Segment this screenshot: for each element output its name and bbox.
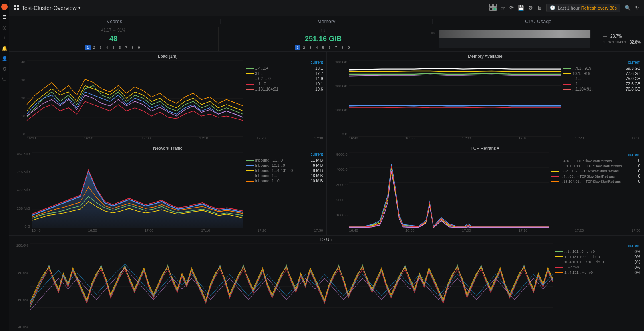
vcores-tab-2[interactable]: 2	[91, 45, 97, 50]
load-legend-item-1: ...4...0+ 18.1	[246, 66, 323, 71]
save-icon[interactable]: 💾	[518, 5, 524, 11]
svg-text:0%: 0%	[431, 31, 435, 34]
vcores-tab-7[interactable]: 7	[123, 45, 129, 50]
tcp-legend-item-2: ...0.1.101.11... - TCPSlowStartRetrans 0	[551, 164, 640, 168]
network-chart-area: 954 MiB715 MiB477 MiB238 MiB0 B	[12, 152, 323, 228]
share-icon[interactable]: ⟳	[509, 5, 514, 11]
io-legend-item-3: 10.4.101.102.918 - dm-0 0%	[555, 260, 640, 264]
nav-gear-icon[interactable]: ⚙	[1, 65, 8, 73]
memory-legend: current ...4.1...919 69.3 GB 10.1...919 …	[561, 60, 640, 136]
svg-rect-11	[439, 30, 590, 38]
refresh-icon[interactable]: ↻	[635, 5, 639, 11]
memory-tab-5[interactable]: 5	[320, 45, 326, 50]
tcp-current-label: current	[551, 153, 640, 157]
vcores-tab-5[interactable]: 5	[111, 45, 116, 50]
load-chart-area: 403020100	[12, 60, 323, 136]
svg-rect-3	[490, 8, 493, 10]
memory-legend-item-4: ...1... 72.6 GB	[563, 82, 640, 86]
load-legend-item-5: ...131.104:01 19.6	[246, 87, 323, 91]
memory-tab-3[interactable]: 3	[308, 45, 313, 50]
star-icon[interactable]: ☆	[501, 5, 505, 11]
network-legend: current Inbound: ...1...0 11 MiB Inbound…	[243, 152, 323, 228]
tcp-legend-item-5: ...13.104:01... - TCPSlowStartRetrans 0	[551, 179, 640, 184]
memory-chart-area: 300 GB200 GB100 GB0 B	[330, 60, 641, 136]
tcp-y-axis: 5000.04000.03000.02000.01000.0	[330, 153, 349, 228]
network-legend-item-1: Inbound: ...1...0 11 MiB	[246, 158, 323, 163]
load-y-axis: 403020100	[12, 60, 27, 136]
network-legend-item-4: Inbound: 1... 18 MiB	[246, 174, 323, 178]
vcores-tab-1[interactable]: 1	[85, 45, 91, 50]
tcp-panel-title[interactable]: TCP Retrans ▾	[330, 146, 641, 151]
main-content: Load [1m] 403020100	[9, 51, 644, 331]
nav-user-icon[interactable]: 👤	[1, 55, 8, 62]
io-panel-title: IO Util	[12, 237, 640, 242]
settings-icon[interactable]: ⚙	[528, 5, 533, 11]
memory-legend-item-2: 10.1...919 77.6 GB	[563, 71, 640, 76]
memory-svg-area	[349, 60, 561, 136]
row-2: Network Traffic 954 MiB715 MiB477 MiB238…	[9, 143, 644, 235]
topbar: Test-Cluster-Overview ▾ ☆ ⟳ 💾 ⚙ 🖥	[9, 0, 644, 16]
load-legend-item-2: 31... 17.7	[246, 71, 323, 76]
page-title: Test-Cluster-Overview	[22, 5, 77, 11]
memory-tab-9[interactable]: 9	[346, 45, 352, 50]
memory-legend-item-5: ...1.104:91... 76.8 GB	[563, 87, 640, 91]
load-panel: Load [1m] 403020100	[9, 51, 326, 143]
search-icon[interactable]: 🔍	[624, 5, 631, 11]
nav-logo-icon[interactable]	[1, 3, 8, 10]
left-nav: ☰ ◎ + 🔔 👤 ⚙ 🛡	[0, 0, 9, 331]
vcores-tab-8[interactable]: 8	[130, 45, 135, 50]
memory-tab-1[interactable]: 1	[295, 45, 300, 50]
row-1: Load [1m] 403020100	[9, 51, 644, 143]
memory-header: Memory	[221, 19, 432, 24]
load-panel-title: Load [1m]	[12, 54, 323, 59]
io-y-axis: 100.0%80.0%60.0%40.0%	[12, 244, 30, 329]
nav-shield-icon[interactable]: 🛡	[1, 76, 8, 83]
nav-search-icon[interactable]: ☰	[1, 14, 8, 21]
refresh-label: Refresh every 30s	[581, 6, 617, 10]
monitor-icon[interactable]: 🖥	[537, 5, 542, 11]
time-range-label: Last 1 hour	[558, 6, 580, 10]
vcores-tab-9[interactable]: 9	[136, 45, 142, 50]
network-y-axis: 954 MiB715 MiB477 MiB238 MiB0 B	[12, 152, 32, 228]
tcp-x-labels: 16:4016:5017:0017:1017:2017:30	[330, 228, 641, 232]
memory-value: 251.16 GiB	[305, 35, 342, 43]
load-x-labels: 16:4016:5017:0017:1017:2017:30	[12, 136, 323, 140]
memory-tab-7[interactable]: 7	[333, 45, 339, 50]
memory-panel: Memory Available 300 GB200 GB100 GB0 B	[326, 51, 644, 143]
svg-rect-1	[490, 4, 493, 7]
vcores-tab-3[interactable]: 3	[98, 45, 103, 50]
load-legend-item-4: ...1...0 10.1	[246, 82, 323, 86]
memory-current-label: current	[563, 60, 640, 65]
tcp-legend-item-3: ...0.4...162... - TCPSlowStartRetrans 0	[551, 169, 640, 173]
io-svg-area	[30, 244, 553, 329]
memory-tab-6[interactable]: 6	[327, 45, 332, 50]
load-current-label: current	[246, 60, 323, 65]
title-chevron-icon[interactable]: ▾	[78, 5, 81, 10]
load-svg-area	[27, 60, 243, 136]
tcp-legend-item-1: ...4.13... - TCPSlowStartRetrans 0	[551, 159, 640, 163]
memory-tab-4[interactable]: 4	[314, 45, 320, 50]
memory-legend-item-3: ...1... 75.0 GB	[563, 77, 640, 81]
memory-tab-2[interactable]: 2	[301, 45, 307, 50]
vcores-tabs: 1 2 3 4 5 6 7 8 9	[85, 45, 142, 50]
io-legend-item-1: ...1...101...0 - dm-0 0%	[555, 250, 640, 254]
vcores-tab-6[interactable]: 6	[117, 45, 123, 50]
memory-panel-title: Memory Available	[330, 54, 641, 59]
nav-compass-icon[interactable]: ◎	[1, 24, 8, 31]
topbar-actions: ☆ ⟳ 💾 ⚙ 🖥 🕐 Last 1 hour Refresh every 30…	[489, 4, 639, 12]
memory-tabs: 1 2 3 4 5 6 7 8 9	[295, 45, 352, 50]
vcores-tab-4[interactable]: 4	[104, 45, 110, 50]
tcp-legend-item-4: ...4....03... - TCPSlowStartRetrans 0	[551, 174, 640, 178]
svg-rect-2	[493, 4, 496, 7]
nav-plus-icon[interactable]: +	[1, 34, 8, 42]
io-legend-item-4: ... - dm-0 0%	[555, 265, 640, 270]
memory-legend-item-1: ...4.1...919 69.3 GB	[563, 66, 640, 71]
network-panel: Network Traffic 954 MiB715 MiB477 MiB238…	[9, 143, 326, 235]
network-svg-area	[32, 152, 243, 228]
nav-bell-icon[interactable]: 🔔	[1, 45, 8, 52]
load-legend: current ...4...0+ 18.1 31... 17.7	[243, 60, 323, 136]
memory-tab-8[interactable]: 8	[340, 45, 345, 50]
time-range-picker[interactable]: 🕐 Last 1 hour Refresh every 30s	[546, 4, 620, 12]
add-panel-icon[interactable]	[489, 4, 497, 12]
io-legend-item-5: 1...4.131... - dm-0 0%	[555, 270, 640, 275]
